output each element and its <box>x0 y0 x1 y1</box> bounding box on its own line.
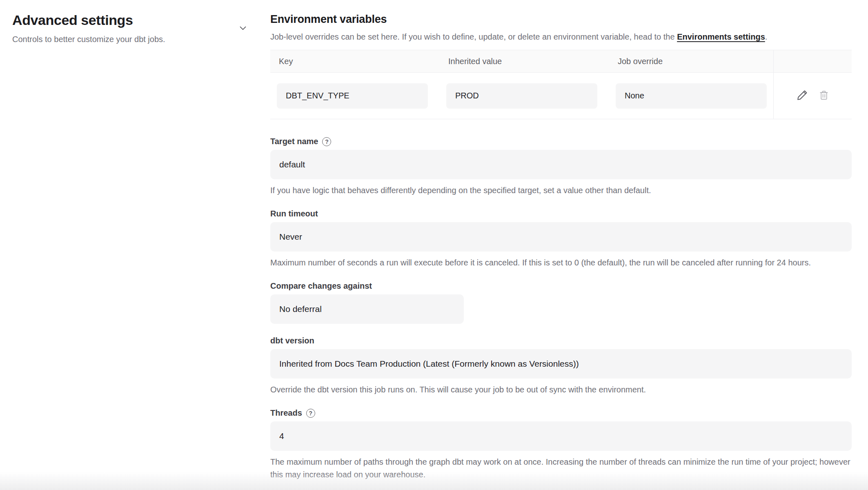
column-header-inherited-value: Inherited value <box>440 57 609 66</box>
env-var-actions-cell <box>773 73 852 119</box>
threads-label-text: Threads <box>270 408 302 418</box>
env-vars-description: Job-level overrides can be set here. If … <box>270 31 852 42</box>
env-var-actions <box>774 73 852 119</box>
field-threads: Threads ? The maximum number of paths th… <box>270 408 852 481</box>
threads-input[interactable] <box>270 421 852 451</box>
field-target-name: Target name ? If you have logic that beh… <box>270 137 852 197</box>
collapse-section-button[interactable] <box>236 21 250 36</box>
page-title: Advanced settings <box>12 12 165 28</box>
env-var-key-value: DBT_ENV_TYPE <box>277 83 428 109</box>
target-name-help: If you have logic that behaves different… <box>270 184 852 197</box>
compare-changes-input[interactable] <box>270 294 464 324</box>
column-header-key: Key <box>270 57 440 66</box>
target-name-label: Target name ? <box>270 137 852 146</box>
compare-changes-label: Compare changes against <box>270 281 852 291</box>
help-circle-icon[interactable]: ? <box>322 137 331 146</box>
env-var-key-cell: DBT_ENV_TYPE <box>270 83 440 109</box>
field-dbt-version: dbt version Override the dbt version thi… <box>270 336 852 396</box>
dbt-version-label: dbt version <box>270 336 852 345</box>
target-name-input[interactable] <box>270 150 852 179</box>
dbt-version-label-text: dbt version <box>270 336 314 345</box>
section-intro: Advanced settings Controls to better cus… <box>12 11 250 481</box>
column-header-actions <box>773 50 852 72</box>
env-var-override-value: None <box>616 83 767 109</box>
run-timeout-label-text: Run timeout <box>270 209 318 218</box>
threads-label: Threads ? <box>270 408 852 418</box>
edit-env-var-button[interactable] <box>796 89 808 102</box>
dbt-version-input[interactable] <box>270 349 852 379</box>
page-subtitle: Controls to better customize your dbt jo… <box>12 35 165 44</box>
help-circle-icon[interactable]: ? <box>306 409 315 418</box>
run-timeout-help: Maximum number of seconds a run will exe… <box>270 256 852 269</box>
target-name-label-text: Target name <box>270 137 318 146</box>
env-var-inherited-cell: PROD <box>440 83 609 109</box>
env-vars-description-text: Job-level overrides can be set here. If … <box>270 32 677 41</box>
threads-help: The maximum number of paths through the … <box>270 456 852 481</box>
env-var-inherited-value: PROD <box>446 83 597 109</box>
env-vars-table-header: Key Inherited value Job override <box>270 50 852 73</box>
run-timeout-input[interactable] <box>270 222 852 252</box>
column-header-job-override: Job override <box>609 57 773 66</box>
field-compare-changes: Compare changes against <box>270 281 852 324</box>
env-vars-heading: Environment variables <box>270 13 852 26</box>
section-intro-text: Advanced settings Controls to better cus… <box>12 11 165 44</box>
env-var-row: DBT_ENV_TYPE PROD None <box>270 73 852 119</box>
compare-changes-label-text: Compare changes against <box>270 281 372 291</box>
advanced-settings-form: Environment variables Job-level override… <box>270 11 852 481</box>
chevron-down-icon <box>238 29 248 35</box>
dbt-version-help: Override the dbt version this job runs o… <box>270 383 852 396</box>
trash-icon <box>818 89 830 102</box>
env-vars-description-period: . <box>765 32 768 41</box>
field-run-timeout: Run timeout Maximum number of seconds a … <box>270 209 852 269</box>
env-vars-table: Key Inherited value Job override DBT_ENV… <box>270 50 852 119</box>
environments-settings-link[interactable]: Environments settings <box>677 32 765 41</box>
pencil-icon <box>796 89 808 102</box>
delete-env-var-button[interactable] <box>818 89 830 102</box>
run-timeout-label: Run timeout <box>270 209 852 218</box>
advanced-settings-page: Advanced settings Controls to better cus… <box>0 0 868 481</box>
env-var-override-cell: None <box>609 83 773 109</box>
